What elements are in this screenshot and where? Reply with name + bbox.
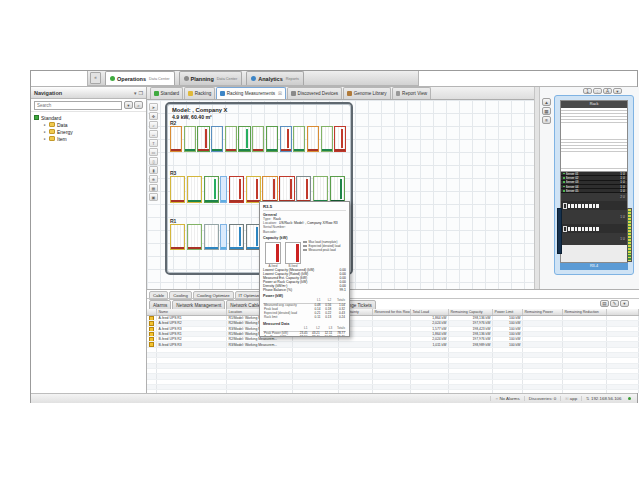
- collapse-icon[interactable]: ❐: [139, 90, 143, 96]
- rack[interactable]: [211, 126, 223, 152]
- column-header[interactable]: [607, 309, 639, 315]
- rack[interactable]: [246, 176, 261, 203]
- fit-view-button[interactable]: :: [593, 88, 602, 94]
- status-item[interactable]: Discoveries: 0: [524, 396, 561, 401]
- rack-load-bar: [205, 200, 218, 203]
- rack[interactable]: [266, 126, 278, 152]
- search-input[interactable]: [34, 101, 122, 110]
- rack[interactable]: [321, 126, 333, 152]
- port: [571, 227, 574, 232]
- rack[interactable]: [187, 224, 202, 250]
- rack[interactable]: [334, 126, 346, 152]
- doc-tab-genome-library[interactable]: Genome Library: [343, 87, 390, 99]
- server-unit[interactable]: Server 051 U: [561, 189, 627, 193]
- rack[interactable]: [225, 126, 237, 152]
- pdu-tool[interactable]: ▮: [149, 166, 158, 174]
- tree-node-root[interactable]: Standard: [34, 114, 146, 121]
- column-header[interactable]: [147, 309, 157, 315]
- menu-icon[interactable]: ▾: [134, 90, 137, 96]
- patch-panel[interactable]: [561, 201, 627, 210]
- zoom-level-button[interactable]: 1: [583, 88, 592, 94]
- rack[interactable]: [170, 224, 185, 250]
- pdu-left-bar[interactable]: [557, 208, 562, 254]
- doc-tab-standard[interactable]: Standard: [150, 87, 183, 99]
- edit-icon[interactable]: ✎: [610, 300, 619, 307]
- view-options-button[interactable]: ▾: [613, 88, 622, 94]
- column-header[interactable]: Total Load: [411, 309, 449, 315]
- column-header[interactable]: Remaining Reduction: [563, 309, 607, 315]
- rack[interactable]: [280, 126, 292, 152]
- pdu-right-bar[interactable]: [627, 208, 632, 262]
- status-item[interactable]: ⚿app: [560, 396, 581, 401]
- tree-node[interactable]: ▸Item: [43, 135, 146, 142]
- column-header[interactable]: Remaining Capacity: [449, 309, 493, 315]
- patch-panel[interactable]: [561, 224, 627, 233]
- rack[interactable]: [220, 176, 227, 203]
- rack[interactable]: [238, 126, 250, 152]
- main-tab-operations[interactable]: OperationsData Center: [105, 71, 175, 85]
- rack[interactable]: [187, 176, 202, 203]
- rack[interactable]: [307, 126, 319, 152]
- rack[interactable]: [220, 224, 227, 250]
- rack[interactable]: [170, 126, 182, 152]
- select-tool[interactable]: ➤: [149, 103, 158, 111]
- rack[interactable]: [204, 176, 219, 203]
- table-cell: [563, 380, 607, 384]
- text-tool[interactable]: T: [149, 139, 158, 147]
- rack-status-bar: [239, 227, 241, 246]
- table-cell: [157, 385, 227, 389]
- grid-view-tool[interactable]: ▦: [542, 107, 551, 115]
- expand-arrow-icon[interactable]: ▸: [43, 123, 47, 127]
- rack[interactable]: [313, 176, 328, 203]
- rack[interactable]: [184, 126, 196, 152]
- rack-elevation[interactable]: RackServer 011 UServer 021 UServer 031 U…: [554, 95, 634, 275]
- column-header[interactable]: Name: [157, 309, 227, 315]
- window-nav-button[interactable]: «: [90, 72, 101, 84]
- rack[interactable]: [170, 176, 185, 203]
- main-tab-sublabel: Data Center: [149, 77, 169, 81]
- rack[interactable]: [229, 176, 244, 203]
- move-up-tool[interactable]: ▲: [542, 98, 551, 106]
- rack[interactable]: [293, 126, 305, 152]
- close-icon[interactable]: ☒: [278, 91, 282, 96]
- measure-tool[interactable]: ↔: [149, 130, 158, 138]
- rack[interactable]: [296, 176, 311, 203]
- doc-tab-racking[interactable]: Racking: [184, 87, 215, 99]
- rack[interactable]: [279, 176, 294, 203]
- menu-icon[interactable]: ▾: [620, 300, 629, 307]
- export-icon[interactable]: ▤: [600, 300, 609, 307]
- pan-tool[interactable]: ✥: [149, 112, 158, 120]
- column-header[interactable]: Reserved for this Row: [373, 309, 411, 315]
- rack[interactable]: [204, 224, 219, 250]
- expand-arrow-icon[interactable]: ▸: [43, 137, 47, 141]
- tree-node[interactable]: ▸Energy: [43, 128, 146, 135]
- column-header[interactable]: Power Limit: [493, 309, 523, 315]
- expand-arrow-icon[interactable]: ▸: [43, 130, 47, 134]
- doc-tab-discovered-devices[interactable]: Discovered Devices: [287, 87, 342, 99]
- rack[interactable]: [229, 224, 244, 250]
- tree-node[interactable]: ▸Data: [43, 121, 146, 128]
- camera-tool[interactable]: ▣: [149, 193, 158, 201]
- main-tab-planning[interactable]: PlanningData Center: [179, 71, 243, 85]
- wall-tool[interactable]: ▭: [149, 148, 158, 156]
- zoom-tool[interactable]: ⌕: [149, 121, 158, 129]
- status-item[interactable]: ○No Alarms: [490, 396, 523, 401]
- rack[interactable]: [252, 126, 264, 152]
- doc-tab-racking-measurements[interactable]: Racking Measurements☒: [216, 87, 286, 99]
- port: [568, 204, 571, 209]
- tile-tool[interactable]: ▦: [149, 184, 158, 192]
- labels-button[interactable]: A: [603, 88, 612, 94]
- doc-tab-report-view[interactable]: Report View: [392, 87, 431, 99]
- search-filter-button[interactable]: ▾: [124, 101, 133, 109]
- rack[interactable]: [197, 126, 209, 152]
- search-go-button[interactable]: ⌕: [134, 101, 143, 109]
- cooling-tool[interactable]: ❄: [149, 175, 158, 183]
- list-view-tool[interactable]: ≡: [542, 116, 551, 124]
- rack[interactable]: [262, 176, 277, 203]
- status-item[interactable]: ⇅192.168.56.106: [581, 396, 625, 401]
- table-cell: [227, 385, 293, 389]
- rack-tool[interactable]: ▯: [149, 157, 158, 165]
- column-header[interactable]: Remaining Power: [523, 309, 563, 315]
- rack[interactable]: [330, 176, 345, 203]
- main-tab-analytics[interactable]: AnalyticsReports: [246, 71, 304, 85]
